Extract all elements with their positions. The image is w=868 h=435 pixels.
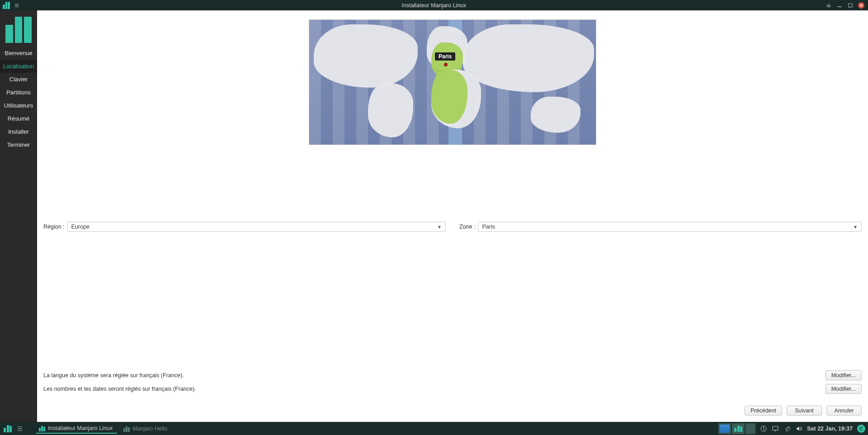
cancel-button[interactable]: Annuler	[826, 406, 862, 416]
region-value: Europe	[71, 224, 90, 230]
minimize-icon[interactable]	[836, 2, 843, 9]
installer-sidebar: Bienvenue Localisation Clavier Partition…	[0, 10, 37, 422]
desktop-preview-icon	[733, 425, 743, 433]
window-menu-icon[interactable]	[14, 2, 20, 9]
modify-numbers-button[interactable]: Modifier...	[826, 384, 862, 394]
svg-rect-0	[849, 4, 852, 7]
taskbar: Installateur Manjaro Linux Manjaro Hello…	[0, 422, 868, 435]
close-icon[interactable]	[858, 2, 864, 9]
numbers-info-text: Les nombres et les dates seront réglés s…	[43, 386, 196, 392]
map-pin	[444, 63, 448, 66]
language-info-text: La langue du système sera réglée sur fra…	[43, 372, 184, 379]
zone-select[interactable]: Paris ▼	[478, 222, 862, 232]
region-label: Région :	[43, 224, 65, 230]
map-pin-label: Paris	[435, 52, 455, 61]
sidebar-item-installer[interactable]: Installer	[0, 125, 37, 138]
timezone-map[interactable]: Paris	[309, 19, 596, 145]
previous-button[interactable]: Précédent	[745, 406, 782, 416]
attachment-icon[interactable]	[783, 425, 791, 432]
taskbar-item-hello[interactable]: Manjaro Hello	[121, 424, 172, 433]
maximize-icon[interactable]	[847, 2, 854, 9]
app-icon	[3, 2, 10, 9]
svg-rect-2	[773, 426, 778, 430]
content-area: Paris Région : Europe ▼ Zone : Paris ▼	[37, 10, 868, 422]
next-button[interactable]: Suivant	[787, 406, 822, 416]
keep-above-icon[interactable]	[826, 2, 832, 9]
sidebar-item-resume[interactable]: Résumé	[0, 112, 37, 125]
chevron-down-icon: ▼	[437, 225, 442, 229]
clock[interactable]: Sat 22 Jan, 19:37	[807, 426, 853, 432]
sidebar-item-bienvenue[interactable]: Bienvenue	[0, 47, 37, 60]
taskbar-item-label: Installateur Manjaro Linux	[48, 425, 113, 431]
modify-language-button[interactable]: Modifier...	[826, 370, 862, 380]
sidebar-item-terminer[interactable]: Terminer	[0, 138, 37, 151]
zone-value: Paris	[482, 224, 495, 230]
sidebar-item-partitions[interactable]: Partitions	[0, 86, 37, 99]
chevron-down-icon: ▼	[853, 225, 858, 229]
sidebar-item-localisation[interactable]: Localisation	[0, 60, 37, 73]
app-icon	[39, 425, 45, 431]
desktop-preview-icon	[720, 425, 730, 433]
menu-icon[interactable]	[16, 425, 24, 432]
updates-icon[interactable]	[760, 425, 767, 432]
taskbar-item-label: Manjaro Hello	[132, 426, 167, 432]
volume-icon[interactable]	[795, 425, 802, 432]
sidebar-item-clavier[interactable]: Clavier	[0, 73, 37, 86]
manjaro-logo	[0, 10, 37, 47]
window-titlebar: Installateur Manjaro Linux	[0, 0, 868, 10]
start-menu-button[interactable]	[3, 424, 13, 434]
region-select[interactable]: Europe ▼	[67, 222, 446, 232]
window-title: Installateur Manjaro Linux	[0, 2, 868, 9]
zone-label: Zone :	[459, 224, 475, 230]
session-icon[interactable]: C	[857, 425, 865, 433]
display-icon[interactable]	[772, 425, 779, 432]
sidebar-item-utilisateurs[interactable]: Utilisateurs	[0, 99, 37, 112]
workspace-switcher[interactable]	[718, 423, 755, 434]
app-icon	[123, 426, 130, 432]
taskbar-item-installer[interactable]: Installateur Manjaro Linux	[36, 424, 117, 434]
